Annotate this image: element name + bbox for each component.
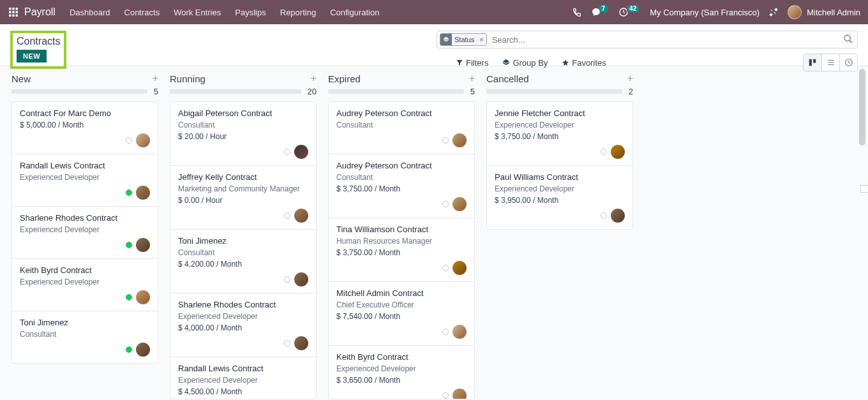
nav-item-reporting[interactable]: Reporting: [280, 8, 316, 17]
card-avatar-icon[interactable]: [611, 209, 625, 223]
kanban-card[interactable]: Tina Williamson ContractHuman Resources …: [329, 218, 474, 282]
status-dot-icon[interactable]: [442, 201, 449, 207]
status-dot-icon[interactable]: [284, 212, 290, 219]
column-progress-bar[interactable]: [170, 89, 301, 94]
status-dot-icon[interactable]: [442, 329, 449, 335]
card-avatar-icon[interactable]: [294, 209, 308, 223]
kanban-view-button[interactable]: [804, 54, 821, 71]
user-menu[interactable]: Mitchell Admin: [788, 5, 860, 19]
status-dot-icon[interactable]: [601, 212, 607, 219]
column-add-icon[interactable]: +: [311, 73, 317, 84]
scrollbar-thumb[interactable]: [859, 69, 865, 145]
svg-rect-6: [9, 15, 11, 17]
column-progress-bar[interactable]: [328, 89, 464, 94]
search-facet-status[interactable]: Status ×: [440, 33, 487, 46]
kanban-card[interactable]: Audrey Peterson ContractConsultant$ 3,75…: [329, 154, 474, 218]
status-dot-icon[interactable]: [442, 265, 449, 271]
clock-icon[interactable]: 42: [618, 7, 641, 17]
status-dot-icon[interactable]: [601, 149, 607, 155]
kanban-card[interactable]: Mitchell Admin ContractChief Executive O…: [329, 282, 474, 346]
card-avatar-icon[interactable]: [136, 290, 150, 304]
kanban-card[interactable]: Contract For Marc Demo$ 5,000.00 / Month: [12, 102, 158, 154]
kanban-card[interactable]: Keith Byrd ContractExperienced Developer: [12, 259, 158, 311]
status-dot-icon[interactable]: [284, 340, 290, 346]
status-dot-icon[interactable]: [442, 392, 449, 399]
kanban-card[interactable]: Randall Lewis ContractExperienced Develo…: [12, 154, 158, 207]
card-avatar-icon[interactable]: [611, 145, 625, 159]
card-avatar-icon[interactable]: [294, 336, 308, 350]
card-avatar-icon[interactable]: [136, 133, 150, 147]
search-icon[interactable]: [843, 34, 853, 46]
kanban-card[interactable]: Toni JimenezConsultant$ 4,200.00 / Month: [170, 230, 316, 293]
card-title: Paul Williams Contract: [495, 172, 625, 182]
column-progress-bar[interactable]: [11, 89, 147, 94]
apps-icon[interactable]: [8, 6, 19, 18]
column-add-icon[interactable]: +: [469, 73, 475, 84]
kanban-card[interactable]: Sharlene Rhodes ContractExperienced Deve…: [12, 207, 158, 259]
card-avatar-icon[interactable]: [453, 325, 467, 339]
filters-button[interactable]: Filters: [456, 58, 488, 68]
activity-view-button[interactable]: [839, 54, 857, 71]
side-tab[interactable]: [860, 185, 868, 193]
card-avatar-icon[interactable]: [294, 272, 308, 286]
card-subtitle: Experienced Developer: [495, 184, 625, 193]
status-dot-icon[interactable]: [126, 294, 132, 300]
status-dot-icon[interactable]: [126, 346, 132, 353]
kanban-card[interactable]: Audrey Peterson ContractConsultant: [329, 102, 474, 154]
kanban-card[interactable]: Jeffrey Kelly ContractMarketing and Comm…: [170, 166, 316, 230]
card-avatar-icon[interactable]: [294, 145, 308, 159]
card-avatar-icon[interactable]: [453, 133, 467, 147]
status-dot-icon[interactable]: [126, 137, 132, 144]
search-bar[interactable]: Status ×: [437, 31, 858, 48]
status-dot-icon[interactable]: [126, 242, 132, 248]
column-add-icon[interactable]: +: [627, 73, 633, 84]
kanban-icon: [808, 58, 817, 67]
kanban-card[interactable]: Randall Lewis ContractExperienced Develo…: [170, 357, 316, 399]
nav-item-contracts[interactable]: Contracts: [124, 8, 160, 17]
nav-item-configuration[interactable]: Configuration: [330, 8, 379, 17]
nav-item-work-entries[interactable]: Work Entries: [174, 8, 221, 17]
column-title[interactable]: Running: [170, 73, 206, 84]
nav-item-dashboard[interactable]: Dashboard: [70, 8, 110, 17]
kanban-card[interactable]: Jennie Fletcher ContractExperienced Deve…: [487, 102, 632, 166]
svg-rect-12: [813, 59, 816, 63]
card-avatar-icon[interactable]: [136, 343, 150, 357]
card-avatar-icon[interactable]: [453, 197, 467, 211]
column-progress-bar[interactable]: [486, 89, 622, 94]
list-view-button[interactable]: [821, 54, 839, 71]
company-switcher[interactable]: My Company (San Francisco): [650, 8, 760, 17]
status-dot-icon[interactable]: [284, 276, 290, 283]
breadcrumb-title[interactable]: Contracts: [17, 36, 60, 47]
kanban-card[interactable]: Sharlene Rhodes ContractExperienced Deve…: [170, 293, 316, 357]
tools-icon[interactable]: [768, 7, 779, 17]
facet-remove-icon[interactable]: ×: [477, 36, 486, 43]
column-title[interactable]: Expired: [328, 73, 361, 84]
company-name: My Company (San Francisco): [650, 8, 760, 17]
kanban-card[interactable]: Abigail Peterson ContractConsultant$ 20.…: [170, 102, 316, 166]
card-avatar-icon[interactable]: [453, 389, 467, 399]
kanban-card[interactable]: Keith Byrd ContractExperienced Developer…: [329, 346, 474, 399]
phone-icon[interactable]: [572, 7, 582, 17]
nav-item-payslips[interactable]: Payslips: [235, 8, 266, 17]
chat-icon[interactable]: 7: [591, 7, 610, 17]
card-avatar-icon[interactable]: [136, 186, 150, 200]
status-dot-icon[interactable]: [284, 149, 290, 155]
app-brand[interactable]: Payroll: [24, 6, 56, 18]
column-title[interactable]: New: [11, 73, 31, 84]
card-subtitle: Experienced Developer: [20, 225, 150, 234]
status-dot-icon[interactable]: [442, 137, 449, 144]
card-avatar-icon[interactable]: [453, 261, 467, 275]
status-dot-icon[interactable]: [126, 189, 132, 196]
kanban-card[interactable]: Toni JimenezConsultant: [12, 311, 158, 363]
search-input[interactable]: [490, 35, 843, 45]
scrollbar[interactable]: [858, 69, 867, 394]
column-add-icon[interactable]: +: [153, 73, 158, 84]
kanban-card[interactable]: Paul Williams ContractExperienced Develo…: [487, 166, 632, 229]
nav-right: 7 42 My Company (San Francisco) Mitchell…: [572, 5, 860, 19]
card-avatar-icon[interactable]: [136, 238, 150, 252]
facet-label: Status: [452, 36, 477, 43]
new-button[interactable]: NEW: [17, 50, 47, 63]
column-title[interactable]: Cancelled: [486, 73, 529, 84]
groupby-button[interactable]: Group By: [502, 58, 548, 68]
favorites-button[interactable]: Favorites: [562, 58, 606, 68]
